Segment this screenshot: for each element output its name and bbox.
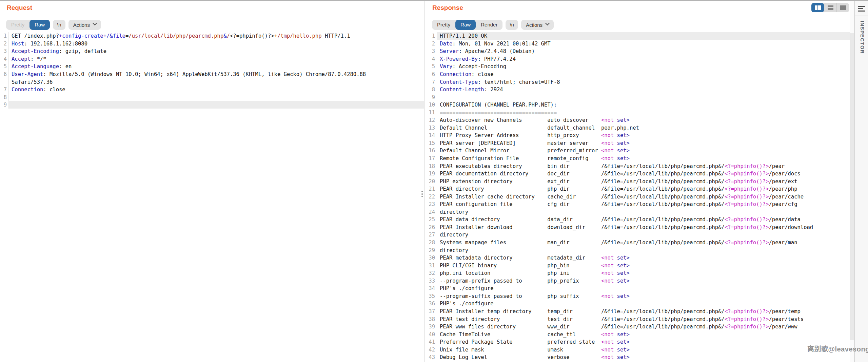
line-number: 12 <box>426 116 437 124</box>
line-text: User-Agent: Mozilla/5.0 (Windows NT 10.0… <box>9 71 424 78</box>
line-number: 36 <box>426 300 437 308</box>
response-editor[interactable]: 1HTTP/1.1 200 OK2Date: Mon, 01 Nov 2021 … <box>426 32 850 361</box>
editor-line: 15PEAR server [DEPRECATED] master_server… <box>426 139 850 147</box>
layout-columns-button[interactable] <box>811 3 824 12</box>
pane-splitter-handle[interactable] <box>421 189 423 199</box>
editor-line: 7Connection: close <box>0 86 424 94</box>
line-number: 13 <box>426 124 437 132</box>
response-pane-title: Response <box>432 4 463 12</box>
line-number: 9 <box>426 93 437 101</box>
layout-rows-button[interactable] <box>824 3 836 12</box>
top-border-strip <box>0 0 868 1</box>
line-text: Accept-Encoding: gzip, deflate <box>9 47 424 55</box>
line-number: 21 <box>426 185 437 193</box>
response-newline-toggle-button[interactable]: \n <box>506 20 518 30</box>
editor-line: 16Default Channel Mirror preferred_mirro… <box>426 147 850 155</box>
line-number: 40 <box>426 330 437 338</box>
line-text: PEAR Installer download download_dir /&f… <box>437 224 850 231</box>
line-number: 35 <box>426 292 437 300</box>
editor-line: 1GET /index.php?+config-create+/&file=/u… <box>0 32 424 40</box>
line-text: php.ini location php_ini <not set> <box>437 269 850 277</box>
pane-splitter[interactable] <box>425 1 425 362</box>
line-number: 10 <box>426 101 437 109</box>
message-editor-view: Request PrettyRaw \n Actions 1GET /index… <box>0 0 868 362</box>
line-text: Safari/537.36 <box>9 78 424 86</box>
editor-line: 27directory <box>426 231 850 239</box>
editor-line: 23PEAR configuration file cfg_dir /&file… <box>426 201 850 208</box>
layout-single-button[interactable] <box>836 3 849 12</box>
inspector-sidebar[interactable]: INSPECTOR <box>855 1 868 362</box>
editor-line: 43Debug Log Level verbose <not set> <box>426 354 850 361</box>
editor-line: 41Preferred Package State preferred_stat… <box>426 338 850 346</box>
editor-line: 42Unix file mask umask <not set> <box>426 346 850 354</box>
request-newline-toggle-button[interactable]: \n <box>53 20 65 30</box>
line-text: Content-Type: text/html; charset=UTF-8 <box>437 78 850 86</box>
line-number: 23 <box>426 201 437 208</box>
tab-raw[interactable]: Raw <box>455 20 476 30</box>
line-text: --program-suffix passed to php_suffix <n… <box>437 292 850 300</box>
editor-line: 1HTTP/1.1 200 OK <box>426 32 850 40</box>
line-text: PHP's ./configure <box>437 285 850 292</box>
inspector-menu-icon[interactable] <box>858 6 865 12</box>
line-number: 6 <box>426 71 437 78</box>
line-text: Accept-Language: en <box>9 63 424 71</box>
request-actions-label: Actions <box>73 22 90 28</box>
editor-line: 28Systems manpage files man_dir /&file=/… <box>426 239 850 247</box>
tab-raw[interactable]: Raw <box>29 20 50 30</box>
inspector-tab-label[interactable]: INSPECTOR <box>858 21 865 54</box>
response-scrollbar-track[interactable] <box>850 1 855 362</box>
line-text: Server: Apache/2.4.48 (Debian) <box>437 47 850 55</box>
line-text: PHP's ./configure <box>437 300 850 308</box>
tab-render[interactable]: Render <box>476 20 502 30</box>
request-pane-title: Request <box>7 4 32 12</box>
line-number: 29 <box>426 246 437 254</box>
line-number: 26 <box>426 224 437 231</box>
editor-line: 7Content-Type: text/html; charset=UTF-8 <box>426 78 850 86</box>
request-editor[interactable]: 1GET /index.php?+config-create+/&file=/u… <box>0 32 424 109</box>
tab-pretty: Pretty <box>6 20 29 30</box>
line-text: Preferred Package State preferred_state … <box>437 338 850 346</box>
tab-pretty[interactable]: Pretty <box>432 20 455 30</box>
line-number: 22 <box>426 193 437 201</box>
editor-line: 22PEAR Installer cache directory cache_d… <box>426 193 850 201</box>
line-number: 39 <box>426 323 437 331</box>
editor-line: 21PEAR directory php_dir /&file=/usr/loc… <box>426 185 850 193</box>
response-actions-button[interactable]: Actions <box>521 20 554 30</box>
response-scrollbar-thumb[interactable] <box>850 33 854 340</box>
editor-line: 10CONFIGURATION (CHANNEL PEAR.PHP.NET): <box>426 101 850 109</box>
line-text: directory <box>437 208 850 216</box>
line-number: 4 <box>0 55 9 63</box>
line-text: Connection: close <box>437 71 850 78</box>
chevron-down-icon <box>545 21 550 25</box>
line-number: 14 <box>426 132 437 139</box>
line-text: Systems manpage files man_dir /&file=/us… <box>437 239 850 247</box>
line-number: 17 <box>426 155 437 163</box>
line-number: 5 <box>0 63 9 71</box>
line-number: 31 <box>426 262 437 269</box>
line-text: Connection: close <box>9 86 424 94</box>
editor-line: 2Date: Mon, 01 Nov 2021 00:01:42 GMT <box>426 40 850 48</box>
line-number: 30 <box>426 254 437 262</box>
line-text: PEAR configuration file cfg_dir /&file=/… <box>437 201 850 208</box>
line-number: 24 <box>426 208 437 216</box>
line-text: Remote Configuration File remote_config … <box>437 155 850 163</box>
request-actions-button[interactable]: Actions <box>68 20 101 30</box>
editor-line: 17Remote Configuration File remote_confi… <box>426 155 850 163</box>
line-number: 3 <box>0 47 9 55</box>
line-text: HTTP Proxy Server Address http_proxy <no… <box>437 132 850 139</box>
editor-line: 4X-Powered-By: PHP/7.4.24 <box>426 55 850 63</box>
line-text: Unix file mask umask <not set> <box>437 346 850 354</box>
editor-line: 32php.ini location php_ini <not set> <box>426 269 850 277</box>
editor-line: 33--program-prefix passed to php_prefix … <box>426 277 850 285</box>
chevron-down-icon <box>93 21 97 25</box>
line-number: 3 <box>426 47 437 55</box>
line-number: 28 <box>426 239 437 247</box>
line-number: 41 <box>426 338 437 346</box>
line-text: PEAR test directory test_dir /&file=/usr… <box>437 315 850 323</box>
line-text: Date: Mon, 01 Nov 2021 00:01:42 GMT <box>437 40 850 48</box>
line-number: 9 <box>0 101 9 109</box>
editor-line: 20PHP extension directory ext_dir /&file… <box>426 177 850 185</box>
editor-line: 24directory <box>426 208 850 216</box>
line-text: Accept: */* <box>9 55 424 63</box>
line-number: 25 <box>426 216 437 224</box>
